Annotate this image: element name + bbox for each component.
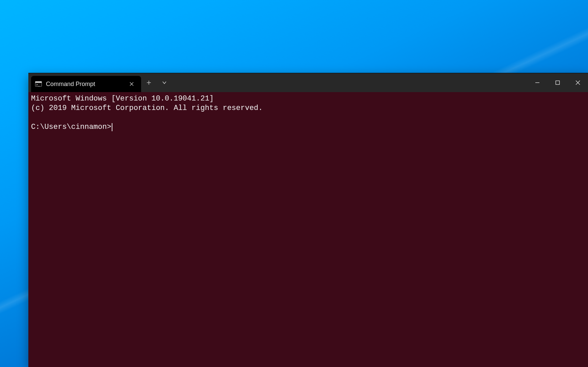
new-tab-button[interactable] [141, 73, 157, 92]
svg-text:>_: >_ [36, 83, 40, 86]
close-icon [130, 82, 134, 86]
terminal-line: (c) 2019 Microsoft Corporation. All righ… [31, 104, 263, 112]
svg-rect-1 [35, 82, 42, 83]
tab-close-button[interactable] [127, 79, 136, 89]
terminal-prompt: C:\Users\cinnamon> [31, 123, 111, 131]
terminal-cursor [112, 123, 112, 131]
terminal-output[interactable]: Microsoft Windows [Version 10.0.19041.21… [28, 92, 588, 367]
chevron-down-icon [162, 80, 167, 85]
tab-title: Command Prompt [46, 81, 123, 88]
close-icon [576, 80, 580, 85]
plus-icon [146, 80, 151, 85]
minimize-button[interactable] [527, 73, 547, 92]
tab-strip: >_ Command Prompt [28, 73, 141, 92]
minimize-icon [535, 80, 540, 85]
command-prompt-icon: >_ [35, 81, 42, 87]
close-window-button[interactable] [568, 73, 588, 92]
maximize-button[interactable] [547, 73, 568, 92]
tab-dropdown-button[interactable] [157, 73, 172, 92]
tab-command-prompt[interactable]: >_ Command Prompt [31, 76, 141, 92]
titlebar-drag-region[interactable] [172, 73, 527, 92]
window-titlebar[interactable]: >_ Command Prompt [28, 73, 588, 92]
window-controls [527, 73, 588, 92]
maximize-icon [555, 80, 560, 85]
terminal-window: >_ Command Prompt [28, 73, 588, 367]
svg-rect-8 [556, 81, 560, 85]
terminal-line: Microsoft Windows [Version 10.0.19041.21… [31, 94, 214, 103]
